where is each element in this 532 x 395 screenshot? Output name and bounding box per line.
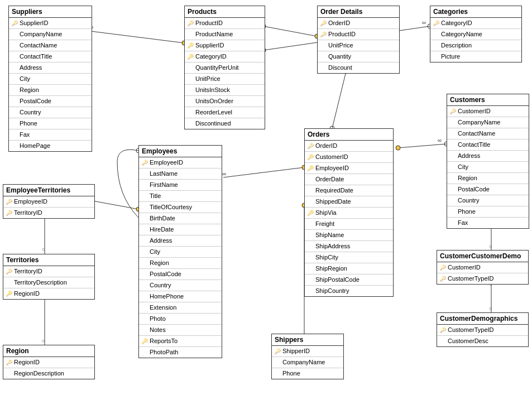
table-row: 🔑TerritoryID	[3, 208, 94, 218]
categories-title: Categories	[430, 6, 521, 18]
customercustomerdemo-title: CustomerCustomerDemo	[437, 251, 528, 262]
table-row: Region	[447, 173, 529, 184]
customers-title: Customers	[447, 94, 529, 106]
table-row: TitleOfCourtesy	[139, 202, 222, 213]
products-table: Products 🔑ProductID ProductName 🔑Supplie…	[184, 6, 265, 129]
table-row: 🔑EmployeeID	[305, 163, 393, 174]
table-row: 🔑SupplierID	[185, 40, 265, 51]
employeeterritories-table: EmployeeTerritories 🔑EmployeeID 🔑Territo…	[3, 184, 95, 219]
table-row: UnitsInStock	[185, 85, 265, 96]
customercustomerdemo-table: CustomerCustomerDemo 🔑CustomerID 🔑Custom…	[437, 250, 529, 285]
territories-title: Territories	[3, 254, 94, 266]
employees-title: Employees	[139, 146, 222, 157]
table-row: 🔑OrderID	[305, 141, 393, 152]
table-row: 🔑EmployeeID	[3, 196, 94, 208]
table-row: Discount	[318, 62, 399, 73]
table-row: ProductName	[185, 29, 265, 40]
table-row: ShipAddress	[305, 241, 393, 252]
employees-table: Employees 🔑EmployeeID LastName FirstName…	[138, 145, 222, 358]
erd-canvas: ∞ ∞ ∞ ∞ ∞ ○	[0, 0, 532, 395]
table-row: Address	[9, 62, 92, 74]
table-row: RegionDescription	[3, 368, 94, 379]
region-title: Region	[3, 345, 94, 357]
table-row: Description	[430, 40, 521, 51]
table-row: BirthDate	[139, 213, 222, 224]
table-row: Picture	[430, 51, 521, 62]
table-row: CompanyName	[272, 357, 343, 368]
table-row: HomePhone	[139, 291, 222, 302]
table-row: FirstName	[139, 180, 222, 191]
categories-table: Categories 🔑CategoryID CategoryName Desc…	[430, 6, 522, 62]
suppliers-table: Suppliers 🔑SupplierID CompanyName Contac…	[8, 6, 92, 152]
table-row: 🔑ProductID	[185, 18, 265, 29]
table-row: UnitPrice	[185, 74, 265, 85]
table-row: City	[447, 162, 529, 173]
table-row: Phone	[272, 368, 343, 379]
svg-text:○: ○	[489, 244, 492, 249]
table-row: 🔑ReportsTo	[139, 336, 222, 347]
table-row: Phone	[447, 206, 529, 218]
table-row: 🔑CustomerID	[437, 262, 528, 273]
svg-line-0	[87, 31, 184, 43]
table-row: HireDate	[139, 224, 222, 235]
table-row: 🔑RegionID	[3, 357, 94, 368]
table-row: QuantityPerUnit	[185, 62, 265, 74]
orders-title: Orders	[305, 129, 393, 141]
svg-text:○: ○	[489, 306, 492, 311]
region-table: Region 🔑RegionID RegionDescription	[3, 345, 95, 379]
table-row: ContactName	[9, 40, 92, 51]
table-row: 🔑CustomerID	[305, 152, 393, 163]
table-row: ShippedDate	[305, 196, 393, 208]
table-row: PostalCode	[447, 184, 529, 195]
table-row: 🔑OrderID	[318, 18, 399, 29]
table-row: City	[139, 247, 222, 258]
table-row: PhotoPath	[139, 347, 222, 358]
table-row: ShipCountry	[305, 286, 393, 296]
svg-text:∞: ∞	[422, 20, 426, 26]
shippers-title: Shippers	[272, 334, 343, 346]
table-row: OrderDate	[305, 174, 393, 185]
svg-text:○: ○	[42, 338, 45, 344]
table-row: 🔑CustomerID	[447, 106, 529, 117]
table-row: PostalCode	[9, 96, 92, 107]
table-row: Country	[9, 107, 92, 118]
table-row: CustomerDesc	[437, 336, 528, 346]
table-row: City	[9, 74, 92, 85]
orderdetails-title: Order Details	[318, 6, 399, 18]
customerdemographics-title: CustomerDemographics	[437, 313, 528, 325]
table-row: 🔑CustomerTypeID	[437, 273, 528, 284]
svg-line-11	[332, 71, 346, 128]
table-row: 🔑ProductID	[318, 29, 399, 40]
customerdemographics-table: CustomerDemographics 🔑CustomerTypeID Cus…	[437, 312, 529, 347]
table-row: HomePage	[9, 141, 92, 151]
customers-table: Customers 🔑CustomerID CompanyName Contac…	[447, 94, 529, 229]
table-row: Country	[139, 280, 222, 291]
table-row: 🔑ShipperID	[272, 346, 343, 357]
table-row: RequiredDate	[305, 185, 393, 196]
table-row: Extension	[139, 302, 222, 314]
table-row: 🔑ShipVia	[305, 208, 393, 219]
table-row: ShipCity	[305, 252, 393, 263]
table-row: 🔑CategoryID	[185, 51, 265, 62]
table-row: Notes	[139, 325, 222, 336]
table-row: Address	[139, 235, 222, 247]
table-row: Quantity	[318, 51, 399, 62]
table-row: Address	[447, 151, 529, 162]
shippers-table: Shippers 🔑ShipperID CompanyName Phone	[271, 334, 344, 379]
table-row: ShipPostalCode	[305, 274, 393, 286]
table-row: TerritoryDescription	[3, 277, 94, 288]
table-row: ShipName	[305, 230, 393, 241]
svg-point-20	[396, 146, 400, 150]
employeeterritories-title: EmployeeTerritories	[3, 185, 94, 196]
table-row: 🔑CustomerTypeID	[437, 325, 528, 336]
table-row: 🔑TerritoryID	[3, 266, 94, 277]
products-title: Products	[185, 6, 265, 18]
table-row: Freight	[305, 219, 393, 230]
table-row: Photo	[139, 314, 222, 325]
table-row: ContactTitle	[447, 139, 529, 151]
table-row: Region	[139, 258, 222, 269]
table-row: ShipRegion	[305, 263, 393, 274]
table-row: CompanyName	[447, 117, 529, 128]
suppliers-title: Suppliers	[9, 6, 92, 18]
table-row: ContactTitle	[9, 51, 92, 62]
